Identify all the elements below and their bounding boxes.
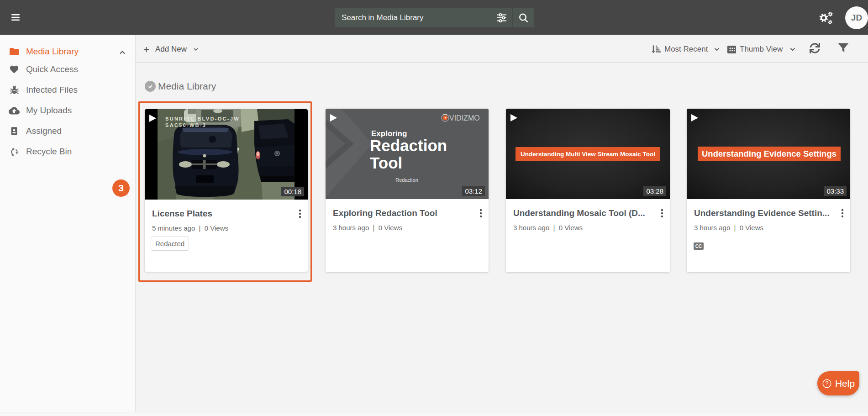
svg-text:?: ?	[826, 380, 829, 387]
svg-text:SAC50-WB-3: SAC50-WB-3	[165, 122, 206, 128]
svg-text:Redaction: Redaction	[370, 137, 447, 154]
svg-text:Tool: Tool	[370, 154, 402, 172]
svg-text:SUNRISE BLVD-OC-JW: SUNRISE BLVD-OC-JW	[165, 116, 240, 121]
svg-text:VIDIZMO: VIDIZMO	[449, 114, 480, 122]
svg-text:Redaction: Redaction	[395, 177, 418, 183]
